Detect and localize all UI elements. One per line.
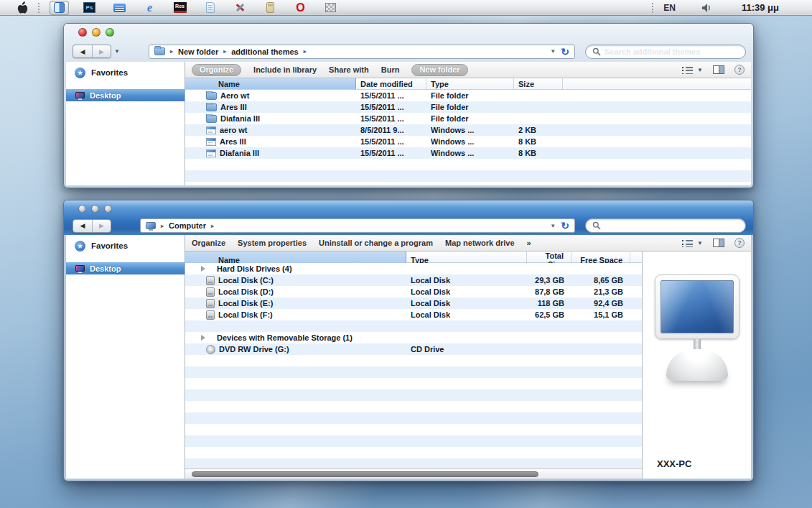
file-row[interactable]: Diafania III 15/5/2011 ... Windows ... 8… <box>185 147 751 159</box>
chevron-right-icon[interactable]: ▸ <box>161 223 164 229</box>
language-indicator[interactable]: EN <box>663 3 676 13</box>
search-input[interactable] <box>605 47 739 56</box>
uninstall-program-button[interactable]: Uninstall or change a program <box>319 239 433 247</box>
chevron-right-icon[interactable]: ▸ <box>170 48 173 55</box>
back-button[interactable]: ◀ <box>73 45 92 57</box>
map-network-drive-button[interactable]: Map network drive <box>445 239 515 247</box>
drive-type: Local Disk <box>406 287 527 296</box>
views-dropdown-icon[interactable]: ▼ <box>697 67 703 73</box>
file-row[interactable]: Ares III 15/5/2011 ... Windows ... 8 KB <box>185 136 751 147</box>
minimize-button[interactable] <box>91 205 99 213</box>
new-folder-button[interactable]: New folder <box>411 64 467 76</box>
column-header-type[interactable]: Type <box>426 78 514 89</box>
image-viewer-icon[interactable] <box>321 1 340 15</box>
favorites-icon <box>75 241 85 251</box>
styler-icon[interactable] <box>110 1 129 15</box>
drive-row[interactable]: Local Disk (F:) Local Disk 62,5 GB 15,1 … <box>185 309 642 320</box>
close-button[interactable] <box>78 28 87 37</box>
organize-button[interactable]: Organize <box>192 239 225 247</box>
file-row[interactable]: Ares III 15/5/2011 ... File folder <box>185 101 751 113</box>
group-header-hard-disks[interactable]: Hard Disk Drives (4) <box>185 263 642 274</box>
expand-triangle-icon[interactable] <box>201 266 205 272</box>
file-row[interactable]: aero wt 8/5/2011 9... Windows ... 2 KB <box>185 124 751 136</box>
search-input[interactable] <box>605 221 739 230</box>
opera-icon[interactable]: O <box>291 1 310 15</box>
nav-buttons: ◀ ▶ <box>73 45 111 58</box>
sidebar-item-favorites[interactable]: Favorites <box>66 235 185 252</box>
drive-row[interactable]: Local Disk (E:) Local Disk 118 GB 92,4 G… <box>185 297 642 309</box>
chevron-right-icon[interactable]: ▸ <box>223 48 226 55</box>
recent-pages-dropdown[interactable]: ▼ <box>114 48 120 55</box>
sidebar-item-favorites[interactable]: Favorites <box>66 62 185 79</box>
clock[interactable]: 11:39 μμ <box>742 2 779 13</box>
burn-button[interactable]: Burn <box>381 65 400 74</box>
title-bar[interactable] <box>64 24 753 41</box>
drive-type: Local Disk <box>406 299 527 308</box>
breadcrumb-segment[interactable]: New folder <box>178 47 218 56</box>
file-row[interactable]: Diafania III 15/5/2011 ... File folder <box>185 113 751 124</box>
search-box[interactable] <box>585 218 746 233</box>
address-bar[interactable]: ▸ Computer ▸ ▼ ↻ <box>140 218 575 233</box>
tweak-tool-icon[interactable] <box>230 1 250 15</box>
drive-name: Local Disk (F:) <box>218 310 273 319</box>
breadcrumb-segment[interactable]: Computer <box>169 221 206 230</box>
horizontal-scrollbar[interactable] <box>185 468 642 479</box>
speaker-icon[interactable] <box>701 3 713 13</box>
hard-disk-icon <box>206 299 215 308</box>
restorator-icon[interactable]: Res <box>170 1 190 15</box>
refresh-icon[interactable]: ↻ <box>561 47 569 57</box>
zoom-button[interactable] <box>106 28 114 37</box>
notepad-icon[interactable] <box>200 1 220 15</box>
nav-buttons: ◀ ▶ <box>73 219 111 233</box>
back-button[interactable]: ◀ <box>73 220 92 232</box>
change-view-icon[interactable] <box>682 239 693 247</box>
drive-row[interactable]: Local Disk (D:) Local Disk 87,8 GB 21,3 … <box>185 286 642 297</box>
battery-device-icon[interactable] <box>261 1 280 15</box>
chevron-right-icon[interactable]: ▸ <box>211 223 214 229</box>
file-date: 15/5/2011 ... <box>356 91 426 100</box>
change-view-icon[interactable] <box>682 66 693 74</box>
title-bar[interactable] <box>64 200 753 216</box>
dvd-drive-row[interactable]: DVD RW Drive (G:) CD Drive <box>185 343 642 355</box>
finder-icon[interactable] <box>50 1 69 15</box>
minimize-button[interactable] <box>92 28 101 37</box>
address-bar[interactable]: ▸ New folder ▸ additional themes ▸ ▼ ↻ <box>149 45 575 59</box>
zoom-button[interactable] <box>104 205 112 213</box>
search-box[interactable] <box>585 45 746 59</box>
preview-pane-icon[interactable] <box>713 239 724 247</box>
column-header-date[interactable]: Date modified <box>356 78 426 89</box>
views-dropdown-icon[interactable]: ▼ <box>697 240 703 246</box>
refresh-icon[interactable]: ↻ <box>561 221 569 231</box>
scrollbar-thumb[interactable] <box>192 471 538 477</box>
share-with-button[interactable]: Share with <box>329 65 369 74</box>
computer-illustration <box>655 274 739 381</box>
sidebar-item-desktop[interactable]: Desktop <box>66 262 185 274</box>
breadcrumb-segment[interactable]: additional themes <box>231 47 299 56</box>
expand-triangle-icon[interactable] <box>201 335 205 341</box>
apple-menu[interactable] <box>17 1 28 14</box>
organize-button[interactable]: Organize <box>192 64 241 76</box>
system-properties-button[interactable]: System properties <box>238 239 307 247</box>
sidebar-item-desktop[interactable]: Desktop <box>66 89 185 101</box>
address-dropdown-icon[interactable]: ▼ <box>550 223 556 229</box>
forward-button[interactable]: ▶ <box>92 220 111 232</box>
internet-explorer-icon[interactable]: e <box>140 1 159 15</box>
forward-button[interactable]: ▶ <box>92 45 111 57</box>
include-in-library-button[interactable]: Include in library <box>253 65 317 74</box>
address-dropdown-icon[interactable]: ▼ <box>550 48 556 55</box>
file-size: 8 KB <box>514 149 563 157</box>
column-header-name[interactable]: Name <box>185 78 356 89</box>
column-header-size[interactable]: Size <box>514 78 563 89</box>
chevron-right-icon[interactable]: ▸ <box>304 48 307 55</box>
file-row[interactable]: Aero wt 15/5/2011 ... File folder <box>185 90 751 101</box>
drive-row[interactable]: Local Disk (C:) Local Disk 29,3 GB 8,65 … <box>185 274 642 286</box>
photoshop-icon[interactable]: Ps <box>80 1 99 15</box>
group-header-removable[interactable]: Devices with Removable Storage (1) <box>185 332 642 343</box>
more-commands-chevron[interactable]: » <box>527 239 531 247</box>
drive-free: 15,1 GB <box>571 310 630 319</box>
help-icon[interactable] <box>734 238 745 248</box>
desktop-icon <box>75 92 85 98</box>
close-button[interactable] <box>78 205 86 213</box>
preview-pane-icon[interactable] <box>713 65 724 74</box>
help-icon[interactable] <box>734 65 745 75</box>
